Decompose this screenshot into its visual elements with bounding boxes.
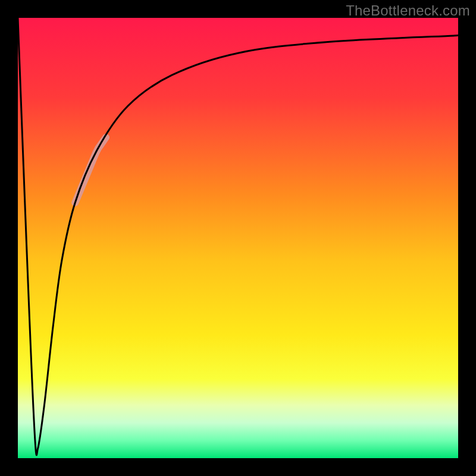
plot-svg [18, 18, 458, 458]
plot-area [18, 18, 458, 458]
gradient-background [18, 18, 458, 458]
watermark-text: TheBottleneck.com [346, 2, 470, 19]
chart-frame: TheBottleneck.com [0, 0, 476, 476]
